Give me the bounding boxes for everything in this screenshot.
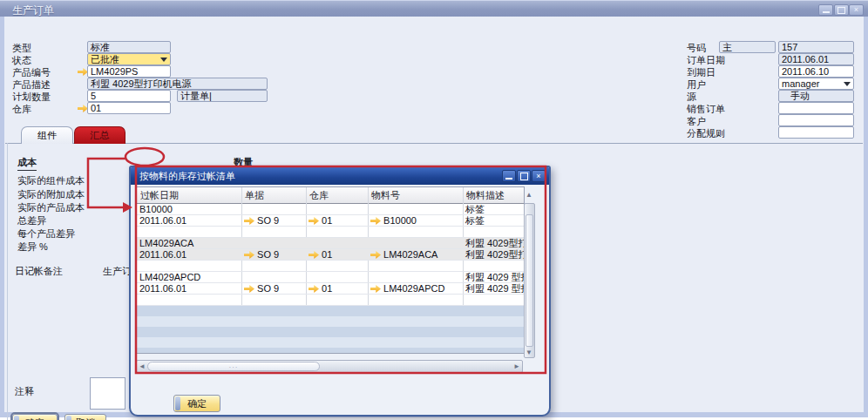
warehouse-label: 仓库: [12, 103, 31, 116]
order-date-field: 2011.06.01: [778, 53, 854, 65]
horizontal-scrollbar[interactable]: ◄ ··· ►: [136, 360, 523, 373]
planned-qty-label: 计划数量: [12, 91, 51, 104]
cost-row-label: 实际的附加成本: [17, 188, 85, 201]
customer-field[interactable]: [778, 114, 854, 126]
table-row[interactable]: LM4029ACA 利盟 4029型打印: [137, 238, 524, 249]
sales-order-label: 销售订单: [687, 103, 725, 116]
link-arrow-icon[interactable]: [244, 285, 254, 293]
number-field: 157: [778, 41, 854, 53]
maximize-icon[interactable]: [517, 170, 531, 182]
product-no-label: 产品编号: [12, 66, 51, 79]
source-field: 手动: [778, 90, 854, 102]
cost-row-label: 差异 %: [17, 240, 48, 254]
user-label: 用户: [687, 78, 706, 91]
scroll-up-icon[interactable]: ▲: [524, 189, 534, 200]
scroll-down-icon[interactable]: ▼: [524, 347, 534, 358]
number-label: 号码: [687, 42, 706, 55]
status-dropdown[interactable]: 已批准: [87, 53, 171, 65]
journal-remark-value[interactable]: 生产订: [103, 265, 131, 278]
tab-panel-border: [5, 143, 863, 144]
window-title: 生产订单: [12, 3, 54, 18]
cost-row-label: 实际的组件成本: [17, 174, 85, 187]
cost-section-header: 成本: [17, 156, 37, 171]
table-row[interactable]: [137, 295, 524, 306]
type-label: 类型: [12, 42, 31, 55]
empty-row: [137, 327, 524, 337]
link-arrow-icon[interactable]: [244, 217, 254, 225]
minimize-icon[interactable]: [818, 4, 833, 16]
empty-row: [137, 348, 524, 353]
cancel-button[interactable]: 取消: [64, 414, 106, 420]
column-header[interactable]: 仓库: [306, 187, 368, 204]
cost-row-label: 总差异: [17, 214, 46, 227]
table-row[interactable]: LM4029APCD 利盟 4029 型打印: [137, 272, 524, 283]
product-desc-field: 利盟 4029型打印机电源: [87, 78, 268, 90]
link-arrow-icon[interactable]: [244, 251, 254, 259]
chevron-down-icon: [844, 82, 851, 86]
minimize-icon[interactable]: [502, 170, 516, 182]
remarks-textarea[interactable]: [90, 377, 125, 410]
posting-table: 过帐日期 单据 仓库 物料号 物料描述 B10000 标签 2011.06.01…: [136, 186, 525, 354]
dist-rule-label: 分配规则: [687, 127, 725, 140]
close-icon[interactable]: ×: [849, 4, 864, 16]
planned-qty-field[interactable]: 5: [87, 90, 171, 102]
uom-field: 计量单|: [177, 90, 268, 102]
link-arrow-icon[interactable]: [370, 217, 381, 225]
order-date-label: 订单日期: [687, 54, 725, 67]
column-header[interactable]: 过帐日期: [137, 187, 241, 204]
link-arrow-icon[interactable]: [309, 217, 319, 225]
warehouse-field[interactable]: 01: [87, 102, 171, 114]
table-row[interactable]: 2011.06.01 SO 9 01 LM4029APCD 利盟 4029 型打…: [137, 283, 524, 295]
cost-row-label: 实际的产品成本: [17, 201, 85, 214]
link-arrow-icon[interactable]: [370, 251, 381, 259]
dist-rule-field[interactable]: [778, 126, 854, 139]
empty-row: [137, 306, 524, 316]
dialog-title: 按物料的库存过帐清单: [139, 171, 235, 181]
empty-row: [137, 337, 524, 348]
customer-label: 客户: [687, 115, 706, 128]
link-arrow-icon[interactable]: [309, 251, 319, 259]
tab-components[interactable]: 组件: [21, 126, 73, 144]
ok-button[interactable]: 确定: [12, 414, 58, 420]
table-row[interactable]: 2011.06.01 SO 9 01 B10000 标签: [137, 215, 524, 227]
column-header[interactable]: 物料号: [368, 187, 463, 204]
product-desc-label: 产品描述: [12, 78, 51, 91]
table-row[interactable]: [137, 227, 524, 238]
user-dropdown[interactable]: manager: [778, 78, 854, 90]
status-label: 状态: [12, 54, 31, 67]
table-row[interactable]: 2011.06.01 SO 9 01 LM4029ACA 利盟 4029型打印: [137, 249, 524, 261]
dialog-titlebar[interactable]: 按物料的库存过帐清单 ×: [131, 167, 549, 185]
cost-row-label: 每个产品差异: [17, 227, 75, 240]
sales-order-field[interactable]: [778, 102, 854, 114]
column-header[interactable]: 单据: [241, 187, 306, 204]
window-titlebar[interactable]: 生产订单 ×: [0, 0, 868, 17]
vertical-scrollbar[interactable]: [524, 203, 535, 358]
dialog-ok-button[interactable]: 确定: [173, 395, 220, 412]
tab-panel-border-left: [7, 143, 8, 420]
remarks-label: 注释: [15, 385, 34, 398]
close-icon[interactable]: ×: [532, 170, 546, 182]
stock-posting-list-dialog: 按物料的库存过帐清单 × 过帐日期 单据 仓库 物料号 物料描述 B10000 …: [129, 166, 551, 417]
source-label: 源: [687, 91, 696, 104]
empty-row: [137, 316, 524, 327]
due-date-field[interactable]: 2011.06.10: [778, 65, 854, 78]
product-no-field[interactable]: LM4029PS: [87, 65, 171, 78]
link-arrow-icon[interactable]: [309, 285, 319, 293]
scrollbar-thumb[interactable]: ···: [147, 362, 320, 371]
table-row[interactable]: B10000 标签: [137, 204, 524, 215]
scroll-right-icon[interactable]: ►: [512, 361, 522, 372]
number-type-field[interactable]: 主: [719, 41, 776, 53]
column-header[interactable]: 物料描述: [463, 187, 524, 204]
link-arrow-icon[interactable]: [370, 285, 381, 293]
table-row[interactable]: [137, 261, 524, 272]
due-date-label: 到期日: [687, 66, 715, 79]
restore-icon[interactable]: [834, 4, 849, 16]
type-field: 标准: [87, 41, 171, 53]
chevron-down-icon: [160, 58, 167, 62]
scroll-left-icon[interactable]: ◄: [137, 361, 147, 372]
journal-remark-label: 日记帐备注: [15, 265, 63, 278]
tab-summary-highlighted[interactable]: 汇总: [74, 126, 125, 144]
